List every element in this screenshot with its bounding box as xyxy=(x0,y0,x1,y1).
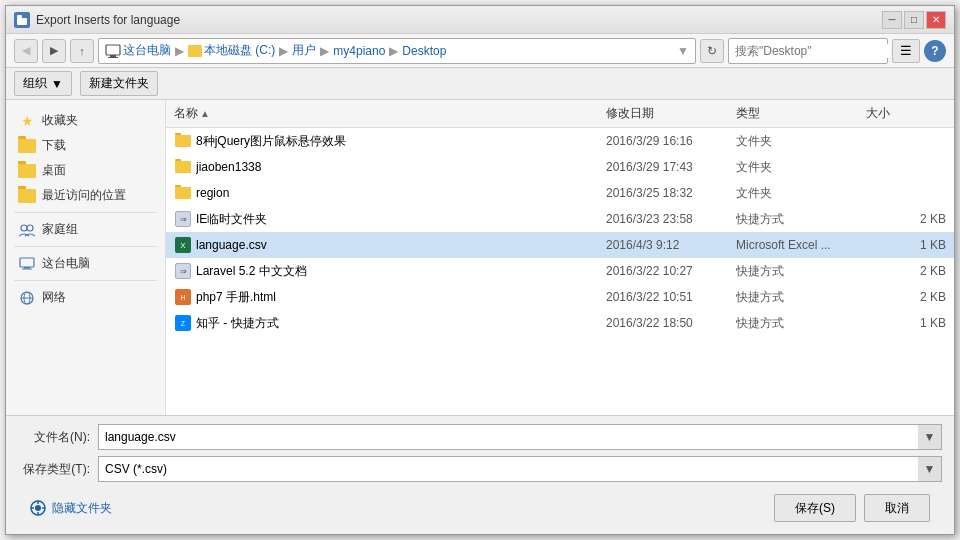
sidebar-item-recent[interactable]: 最近访问的位置 xyxy=(6,183,165,208)
title-bar-left: Export Inserts for language xyxy=(14,12,180,28)
table-row[interactable]: 8种jQuery图片鼠标悬停效果 2016/3/29 16:16 文件夹 xyxy=(166,128,954,154)
breadcrumb-item-desktop[interactable]: Desktop xyxy=(402,44,446,58)
col-header-size[interactable]: 大小 xyxy=(866,105,946,122)
file-date: 2016/3/22 10:27 xyxy=(606,264,736,278)
refresh-button[interactable]: ↻ xyxy=(700,39,724,63)
forward-icon: ▶ xyxy=(50,44,58,57)
sidebar-divider-1 xyxy=(14,212,157,213)
file-type: 文件夹 xyxy=(736,159,866,176)
table-row[interactable]: region 2016/3/25 18:32 文件夹 xyxy=(166,180,954,206)
up-button[interactable]: ↑ xyxy=(70,39,94,63)
filename-row: 文件名(N): ▼ xyxy=(18,424,942,450)
filename-input[interactable] xyxy=(98,424,942,450)
table-row[interactable]: H php7 手册.html 2016/3/22 10:51 快捷方式 2 KB xyxy=(166,284,954,310)
svg-rect-8 xyxy=(20,258,34,267)
breadcrumb-bar[interactable]: 这台电脑 ▶ 本地磁盘 (C:) ▶ 用户 ▶ my4piano ▶ Deskt… xyxy=(98,38,696,64)
help-button[interactable]: ? xyxy=(924,40,946,62)
download-folder-icon xyxy=(18,138,36,154)
organize-dropdown-icon: ▼ xyxy=(51,77,63,91)
file-name: 8种jQuery图片鼠标悬停效果 xyxy=(196,133,606,150)
search-input[interactable] xyxy=(729,44,891,58)
content-area: 名称 ▲ 修改日期 类型 大小 8种jQuery图片鼠标悬停效果 2016/3/… xyxy=(166,100,954,415)
html-icon: H xyxy=(175,289,191,305)
sidebar-item-network[interactable]: 网络 xyxy=(6,285,165,310)
breadcrumb-item-user[interactable]: my4piano xyxy=(333,44,385,58)
file-icon-container xyxy=(174,133,192,149)
file-icon-container: ⇒ xyxy=(174,211,192,227)
back-button[interactable]: ◀ xyxy=(14,39,38,63)
dialog-title: Export Inserts for language xyxy=(36,13,180,27)
sidebar-divider-2 xyxy=(14,246,157,247)
col-header-date[interactable]: 修改日期 xyxy=(606,105,736,122)
filetype-input[interactable] xyxy=(98,456,942,482)
sidebar-item-desktop[interactable]: 桌面 xyxy=(6,158,165,183)
file-date: 2016/3/29 16:16 xyxy=(606,134,736,148)
table-row[interactable]: ⇒ IE临时文件夹 2016/3/23 23:58 快捷方式 2 KB xyxy=(166,206,954,232)
breadcrumb-sep-3: ▶ xyxy=(320,44,329,58)
svg-point-15 xyxy=(35,505,41,511)
file-type: 快捷方式 xyxy=(736,263,866,280)
file-name: php7 手册.html xyxy=(196,289,606,306)
maximize-button[interactable]: □ xyxy=(904,11,924,29)
hidden-folders-toggle[interactable]: 隐藏文件夹 xyxy=(30,500,112,517)
sidebar-item-computer[interactable]: 这台电脑 xyxy=(6,251,165,276)
save-button[interactable]: 保存(S) xyxy=(774,494,856,522)
filename-dropdown-arrow[interactable]: ▼ xyxy=(918,424,942,450)
svg-rect-9 xyxy=(24,267,30,269)
breadcrumb-item-computer[interactable]: 这台电脑 xyxy=(123,42,171,59)
filename-input-container: ▼ xyxy=(98,424,942,450)
file-name: Laravel 5.2 中文文档 xyxy=(196,263,606,280)
view-button[interactable]: ☰ xyxy=(892,39,920,63)
cancel-button[interactable]: 取消 xyxy=(864,494,930,522)
folder-icon xyxy=(188,45,202,57)
file-type: 快捷方式 xyxy=(736,315,866,332)
dialog-icon xyxy=(14,12,30,28)
main-area: ★ 收藏夹 下载 桌面 xyxy=(6,100,954,415)
sidebar-item-homegroup[interactable]: 家庭组 xyxy=(6,217,165,242)
col-header-name[interactable]: 名称 ▲ xyxy=(174,105,606,122)
forward-button[interactable]: ▶ xyxy=(42,39,66,63)
file-size: 1 KB xyxy=(866,316,946,330)
breadcrumb-dropdown-arrow[interactable]: ▼ xyxy=(677,44,689,58)
export-dialog: Export Inserts for language ─ □ ✕ ◀ ▶ ↑ … xyxy=(5,5,955,535)
file-date: 2016/3/29 17:43 xyxy=(606,160,736,174)
table-row[interactable]: ⇒ Laravel 5.2 中文文档 2016/3/22 10:27 快捷方式 … xyxy=(166,258,954,284)
organize-button[interactable]: 组织 ▼ xyxy=(14,71,72,96)
breadcrumb-item-disk[interactable]: 本地磁盘 (C:) xyxy=(188,42,275,59)
filetype-label: 保存类型(T): xyxy=(18,461,98,478)
computer-icon xyxy=(105,44,121,58)
close-button[interactable]: ✕ xyxy=(926,11,946,29)
folder-icon xyxy=(175,135,191,147)
svg-point-7 xyxy=(27,225,33,231)
file-date: 2016/3/25 18:32 xyxy=(606,186,736,200)
breadcrumb-sep-2: ▶ xyxy=(279,44,288,58)
folder-icon xyxy=(175,161,191,173)
table-row[interactable]: Z 知乎 - 快捷方式 2016/3/22 18:50 快捷方式 1 KB xyxy=(166,310,954,336)
file-icon-container: Z xyxy=(174,315,192,331)
col-header-type[interactable]: 类型 xyxy=(736,105,866,122)
help-icon: ? xyxy=(931,44,938,58)
table-row[interactable]: X language.csv 2016/4/3 9:12 Microsoft E… xyxy=(166,232,954,258)
svg-rect-10 xyxy=(22,268,32,269)
sidebar-item-favorites[interactable]: ★ 收藏夹 xyxy=(6,108,165,133)
computer-section: 这台电脑 xyxy=(6,251,165,276)
file-type: 文件夹 xyxy=(736,133,866,150)
computer-sidebar-icon xyxy=(18,256,36,272)
sidebar-divider-3 xyxy=(14,280,157,281)
minimize-button[interactable]: ─ xyxy=(882,11,902,29)
excel-icon: X xyxy=(175,237,191,253)
filetype-dropdown-arrow[interactable]: ▼ xyxy=(918,456,942,482)
file-name: IE临时文件夹 xyxy=(196,211,606,228)
new-folder-button[interactable]: 新建文件夹 xyxy=(80,71,158,96)
file-list-header: 名称 ▲ 修改日期 类型 大小 xyxy=(166,100,954,128)
bottom-area: 文件名(N): ▼ 保存类型(T): ▼ xyxy=(6,415,954,534)
breadcrumb-item-users[interactable]: 用户 xyxy=(292,42,316,59)
folder-icon xyxy=(175,187,191,199)
sidebar: ★ 收藏夹 下载 桌面 xyxy=(6,100,166,415)
sidebar-item-download[interactable]: 下载 xyxy=(6,133,165,158)
homegroup-icon xyxy=(18,222,36,238)
table-row[interactable]: jiaoben1338 2016/3/29 17:43 文件夹 xyxy=(166,154,954,180)
view-icon: ☰ xyxy=(900,43,912,58)
file-type: 快捷方式 xyxy=(736,289,866,306)
filetype-row: 保存类型(T): ▼ xyxy=(18,456,942,482)
